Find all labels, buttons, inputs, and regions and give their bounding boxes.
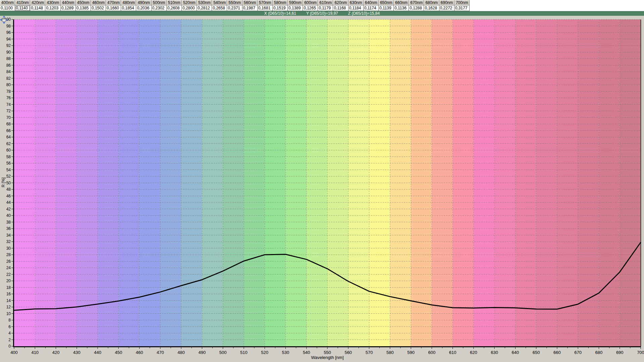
table-value-cell[interactable]: 0,1184 <box>348 5 364 11</box>
table-header-cell[interactable]: 670nm <box>409 0 424 5</box>
table-value-cell[interactable]: 0,1148 <box>30 5 45 11</box>
pan-left-arrow-icon[interactable] <box>0 18 2 21</box>
table-header-cell[interactable]: 460nm <box>91 0 106 5</box>
y-tick-label: 14 <box>6 298 11 303</box>
table-header-cell[interactable]: 560nm <box>243 0 258 5</box>
x-tick-label: 410 <box>31 350 39 355</box>
table-value-cell[interactable]: 0,1203 <box>45 5 60 11</box>
y-tick-label: 44 <box>6 200 11 205</box>
table-header-cell[interactable]: 620nm <box>333 0 348 5</box>
table-value-cell[interactable]: 0,1502 <box>91 5 106 11</box>
table-value-cell[interactable]: 0,1385 <box>76 5 91 11</box>
table-header-cell[interactable]: 480nm <box>121 0 136 5</box>
table-value-cell[interactable]: 0,1660 <box>106 5 121 11</box>
spectral-value-table[interactable]: 400nm410nm420nm430nm440nm450nm460nm470nm… <box>0 0 470 11</box>
wavelength-band <box>140 19 160 346</box>
table-value-cell[interactable]: 0,1854 <box>121 5 136 11</box>
table-value-cell[interactable]: 0,2608 <box>167 5 182 11</box>
table-header-cell[interactable]: 510nm <box>167 0 182 5</box>
table-value-cell[interactable]: 0,2371 <box>227 5 242 11</box>
table-value-cell[interactable]: 0,1136 <box>394 5 409 11</box>
table-header-cell[interactable]: 610nm <box>318 0 333 5</box>
table-value-cell[interactable]: 0,1288 <box>409 5 424 11</box>
x-tick-label: 660 <box>553 350 561 355</box>
x-tick-label: 400 <box>10 350 18 355</box>
table-header-cell[interactable]: 660nm <box>394 0 409 5</box>
table-header-cell[interactable]: 430nm <box>45 0 60 5</box>
table-value-cell[interactable]: 0,1681 <box>258 5 273 11</box>
x-tick-label: 700 <box>637 350 644 355</box>
pan-down-arrow-icon[interactable] <box>3 22 5 24</box>
y-tick-label: 56 <box>6 161 11 166</box>
table-value-cell[interactable]: 0,1139 <box>379 5 394 11</box>
table-header-cell[interactable]: 420nm <box>30 0 45 5</box>
y-tick-label: 42 <box>6 207 11 212</box>
table-header-cell[interactable]: 470nm <box>106 0 121 5</box>
table-header-cell[interactable]: 540nm <box>212 0 227 5</box>
pan-up-arrow-icon[interactable] <box>3 16 5 17</box>
table-header-cell[interactable]: 440nm <box>61 0 76 5</box>
table-value-cell[interactable]: 0,1628 <box>424 5 439 11</box>
table-value-cell[interactable]: 0,1179 <box>318 5 333 11</box>
x-tick-label: 690 <box>616 350 624 355</box>
y-tick-label: 58 <box>6 155 11 159</box>
y-axis-title: R [%] <box>1 175 6 190</box>
y-tick-label: 52 <box>6 174 11 179</box>
pan-right-arrow-icon[interactable] <box>6 18 8 21</box>
x-tick-label: 530 <box>282 350 289 355</box>
wavelength-band <box>348 19 369 346</box>
y-tick-label: 66 <box>6 128 11 133</box>
table-value-cell[interactable]: 0,3177 <box>454 5 470 11</box>
table-value-cell[interactable]: 0,1389 <box>288 5 303 11</box>
wavelength-band <box>557 19 578 346</box>
table-header-cell[interactable]: 500nm <box>152 0 167 5</box>
x-tick-label: 590 <box>407 350 415 355</box>
table-header-cell[interactable]: 550nm <box>227 0 242 5</box>
table-value-cell[interactable]: 0,2272 <box>439 5 454 11</box>
table-header-cell[interactable]: 530nm <box>197 0 212 5</box>
table-value-cell[interactable]: 0,2812 <box>197 5 212 11</box>
table-header-cell[interactable]: 630nm <box>348 0 364 5</box>
table-value-cell[interactable]: 0,1174 <box>364 5 379 11</box>
table-value-cell[interactable]: 0,1289 <box>61 5 76 11</box>
y-tick-label: 36 <box>6 226 11 231</box>
table-value-cell[interactable]: 0,1100 <box>0 5 15 11</box>
table-value-cell[interactable]: 0,1265 <box>303 5 318 11</box>
table-header-cell[interactable]: 570nm <box>258 0 273 5</box>
table-value-cell[interactable]: 0,2800 <box>182 5 197 11</box>
y-tick-label: 46 <box>6 194 11 198</box>
table-value-cell[interactable]: 0,1519 <box>273 5 288 11</box>
wavelength-band <box>160 19 181 346</box>
table-header-cell[interactable]: 490nm <box>136 0 151 5</box>
table-header-cell[interactable]: 650nm <box>379 0 394 5</box>
table-header-cell[interactable]: 520nm <box>182 0 197 5</box>
y-tick-label: 54 <box>6 168 11 172</box>
y-tick-label: 16 <box>6 292 11 296</box>
table-header-cell[interactable]: 450nm <box>76 0 91 5</box>
y-tick-label: 94 <box>6 37 11 42</box>
table-value-cell[interactable]: 0,2302 <box>152 5 167 11</box>
x-tick-label: 490 <box>199 350 206 355</box>
table-header-cell[interactable]: 640nm <box>364 0 379 5</box>
table-header-cell[interactable]: 680nm <box>424 0 439 5</box>
y-tick-label: 96 <box>6 30 11 35</box>
table-header-cell[interactable]: 400nm <box>0 0 15 5</box>
table-header-cell[interactable]: 700nm <box>454 0 470 5</box>
table-header-cell[interactable]: 600nm <box>303 0 318 5</box>
y-tick-label: 72 <box>6 109 11 113</box>
y-tick-label: 78 <box>6 89 11 94</box>
table-value-cell[interactable]: 0,1987 <box>243 5 258 11</box>
y-tick-label: 20 <box>6 279 11 283</box>
pan-navigator-icon[interactable] <box>0 16 8 24</box>
table-value-cell[interactable]: 0,2658 <box>212 5 227 11</box>
table-value-cell[interactable]: 0,2036 <box>136 5 151 11</box>
y-tick-label: 24 <box>6 265 11 270</box>
table-value-cell[interactable]: 0,1168 <box>333 5 348 11</box>
y-tick-label: 86 <box>6 63 11 68</box>
table-header-cell[interactable]: 690nm <box>439 0 454 5</box>
table-header-cell[interactable]: 590nm <box>288 0 303 5</box>
table-value-cell[interactable]: 0,1140 <box>15 5 30 11</box>
y-tick-label: 22 <box>6 272 11 277</box>
table-header-cell[interactable]: 410nm <box>15 0 30 5</box>
table-header-cell[interactable]: 580nm <box>273 0 288 5</box>
